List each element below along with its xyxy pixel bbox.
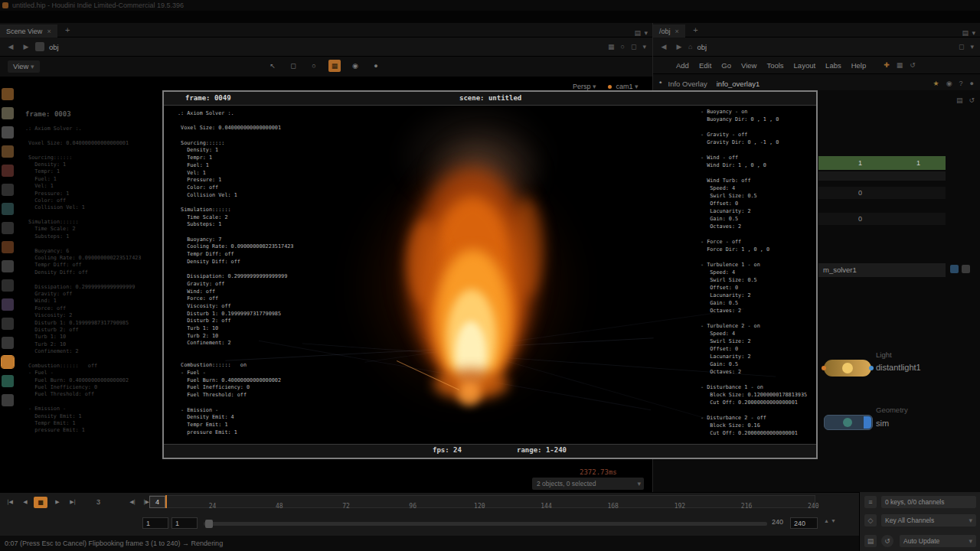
shelf-tool-icon[interactable] <box>2 126 14 139</box>
shelf-tool-icon[interactable] <box>2 337 14 349</box>
parameter-value[interactable]: 1 <box>858 156 862 170</box>
display-flag-icon[interactable] <box>864 416 871 429</box>
current-node-name[interactable]: info_overlay1 <box>717 80 760 88</box>
menu-item[interactable]: View <box>741 61 756 70</box>
shelf-tool-icon[interactable] <box>2 356 14 368</box>
menu-item[interactable]: Layout <box>794 61 816 70</box>
path-tool-icon[interactable]: ◻ <box>959 41 964 52</box>
network-overview-icon[interactable]: ▤ <box>956 95 963 106</box>
shelf-tool-icon[interactable] <box>2 203 14 215</box>
menu-item[interactable]: Help <box>851 61 867 70</box>
select-tool-icon[interactable]: ↖ <box>266 60 279 72</box>
menu-item[interactable]: Labs <box>825 61 841 70</box>
parameter-slider[interactable] <box>818 171 946 181</box>
chevron-down-icon[interactable]: ▾ <box>644 28 648 38</box>
jump-to-end-button[interactable]: ▶| <box>66 497 80 508</box>
play-button[interactable]: ▶ <box>51 497 64 508</box>
snap-tool-icon[interactable]: ● <box>370 60 382 72</box>
chevron-down-icon[interactable]: ▾ <box>970 41 974 52</box>
node-name-label[interactable]: sim <box>876 419 889 428</box>
step-back-button[interactable]: ◀| <box>126 497 139 508</box>
range-end-field[interactable]: 240 <box>790 517 818 529</box>
star-icon[interactable]: ★ <box>933 78 939 89</box>
menu-item[interactable]: Go <box>721 61 731 70</box>
shelf-tool-icon[interactable] <box>2 88 14 100</box>
shelf-tool-icon[interactable] <box>2 184 14 196</box>
node-name-field-solver[interactable]: m_solver1 <box>818 263 946 277</box>
node-name-label[interactable]: distantlight1 <box>876 363 921 372</box>
nav-forward-button[interactable]: ▶ <box>20 41 32 52</box>
playhead-marker[interactable] <box>165 495 167 508</box>
playback-start-field[interactable]: 1 <box>172 517 198 529</box>
update-mode-icon[interactable]: ↺ <box>881 535 893 547</box>
layout-grid-icon[interactable]: ▦ <box>897 60 903 70</box>
flipbook-window[interactable]: frame: 0049 scene: untitled <box>162 90 818 459</box>
shelf-tool-icon[interactable] <box>2 318 14 330</box>
chevron-down-icon[interactable]: ▾ <box>642 41 646 52</box>
parameter-row[interactable]: 0 <box>818 213 946 225</box>
help-icon[interactable]: ? <box>959 78 963 89</box>
shelf-tool-icon[interactable] <box>2 298 14 311</box>
shelf-tool-icon[interactable] <box>2 260 14 272</box>
new-tab-button[interactable]: + <box>693 25 697 34</box>
path-tool-icon[interactable]: ○ <box>621 41 625 52</box>
shelf-tool-icon[interactable] <box>2 107 14 119</box>
nav-back-button[interactable]: ◀ <box>5 41 17 52</box>
box-select-tool-icon[interactable]: ◻ <box>287 60 299 72</box>
pane-menu-icon[interactable]: ▤ <box>635 28 642 38</box>
lasso-tool-icon[interactable]: ○ <box>308 60 320 72</box>
parameter-value[interactable]: 1 <box>916 156 920 170</box>
node-geometry-sim[interactable] <box>824 415 873 430</box>
view-menu[interactable]: View ▾ <box>8 60 40 73</box>
key-all-channels-dropdown[interactable]: ▾ Key All Channels <box>881 514 976 527</box>
active-tool-icon[interactable]: ▦ <box>328 60 341 72</box>
play-reverse-button[interactable]: ◀ <box>18 497 32 508</box>
shelf-tool-icon[interactable] <box>2 165 14 177</box>
snowflake-icon[interactable]: * <box>659 78 662 89</box>
parameter-value[interactable]: 0 <box>858 189 862 197</box>
breadcrumb[interactable]: obj <box>697 43 707 51</box>
channel-list-icon[interactable]: ≡ <box>864 496 877 508</box>
tab-obj-network[interactable]: /obj × <box>653 24 685 38</box>
refresh-icon[interactable]: ↺ <box>969 95 975 106</box>
range-start-field[interactable]: 1 <box>142 517 168 529</box>
menu-item[interactable]: Tools <box>766 61 783 70</box>
shelf-tool-icon[interactable] <box>2 241 14 253</box>
pane-menu-icon[interactable]: ▤ <box>962 28 969 38</box>
wrench-icon[interactable]: ✚ <box>884 60 890 70</box>
auto-update-dropdown[interactable]: ▾ Auto Update <box>900 535 976 547</box>
path-tool-icon[interactable]: ◻ <box>631 41 636 52</box>
nav-back-button[interactable]: ◀ <box>658 41 670 52</box>
stop-button[interactable]: ■ <box>34 497 47 508</box>
key-icon[interactable]: ◇ <box>864 514 877 527</box>
parameter-value[interactable]: 0 <box>858 215 862 223</box>
display-flag-icon[interactable] <box>869 366 874 370</box>
parameter-row[interactable]: 0 <box>818 187 946 199</box>
breadcrumb[interactable]: obj <box>49 43 59 51</box>
user-icon[interactable]: ● <box>970 78 974 89</box>
shelf-tool-icon[interactable] <box>2 222 14 234</box>
new-tab-button[interactable]: + <box>65 25 70 34</box>
node-input-dot[interactable] <box>822 366 826 370</box>
close-icon[interactable]: × <box>47 26 51 37</box>
node-flag-icon[interactable] <box>962 265 970 273</box>
range-slider[interactable] <box>204 522 767 526</box>
tab-scene-view[interactable]: Scene View × <box>0 24 57 38</box>
camera-tool-icon[interactable]: ◉ <box>349 60 361 72</box>
grid-icon[interactable]: ▤ <box>864 535 877 547</box>
parameter-row-highlighted[interactable]: 1 1 <box>818 156 946 170</box>
chevron-down-icon[interactable]: ▾ <box>972 28 975 38</box>
nav-forward-button[interactable]: ▶ <box>673 41 685 52</box>
node-flag-icon[interactable] <box>950 265 959 273</box>
magnifier-icon[interactable]: ◉ <box>946 78 952 89</box>
shelf-tool-icon[interactable] <box>2 279 14 292</box>
current-frame-field[interactable]: 4 <box>149 496 165 508</box>
range-slider-handle[interactable] <box>205 520 213 528</box>
node-distantlight[interactable] <box>824 360 871 377</box>
frame-spinner-arrows[interactable]: ▲▼ <box>824 518 838 523</box>
refresh-icon[interactable]: ↺ <box>910 60 916 70</box>
menu-item[interactable]: Add <box>676 61 689 70</box>
path-tool-icon[interactable]: ▦ <box>608 41 615 52</box>
home-icon[interactable]: ⌂ <box>688 41 692 52</box>
menu-item[interactable]: Edit <box>699 61 711 70</box>
